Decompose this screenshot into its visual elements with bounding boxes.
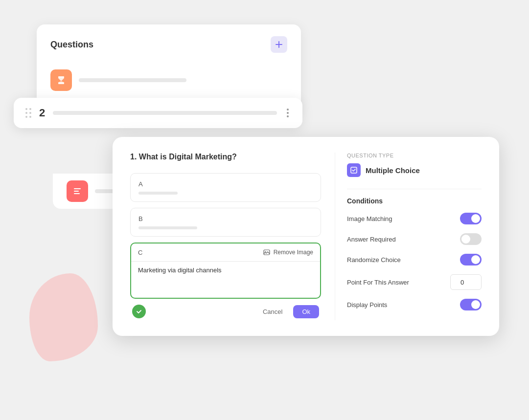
plus-icon [275,40,283,49]
svg-point-10 [265,251,266,252]
answer-required-label: Answer Required [347,236,396,243]
more-options-button[interactable] [285,107,291,119]
randomize-toggle[interactable] [460,254,482,265]
randomize-label: Randomize Choice [347,256,401,264]
question-item-1 [50,63,287,98]
condition-answer-required: Answer Required [347,233,482,245]
ok-button[interactable]: Ok [293,305,319,318]
display-points-slider [460,299,482,310]
option-a-line [138,192,178,195]
answer-required-toggle[interactable] [460,233,482,245]
answer-option-b[interactable]: B [130,208,321,237]
question-number: 1. [130,153,137,161]
option-c-textarea[interactable] [131,262,320,296]
modal-right-panel: Question type Multiple Choice Conditions… [335,153,482,320]
question-icon-3 [67,180,88,202]
image-matching-label: Image Matching [347,215,392,222]
svg-rect-8 [74,193,80,194]
svg-marker-3 [58,78,64,81]
question-title: 1. What is Digital Marketing? [130,153,321,161]
confirm-circle [132,305,146,318]
question-row-line [53,111,277,115]
remove-image-label: Remove Image [274,249,313,256]
check-square-icon [350,166,358,174]
question-type-value: Multiple Choice [347,163,482,177]
questions-header: Questions [50,36,287,53]
question-type-name: Multiple Choice [366,166,420,175]
remove-image-button[interactable]: Remove Image [263,248,313,256]
svg-marker-4 [59,81,64,82]
point-input[interactable] [450,274,482,290]
answer-required-slider [460,233,482,245]
randomize-slider [460,254,482,265]
condition-point: Point For This Answer [347,274,482,290]
question-type-label: Question type [347,153,482,158]
question-number-2: 2 [39,107,45,119]
add-question-button[interactable] [271,36,287,53]
svg-rect-6 [74,188,81,189]
image-icon [263,248,271,256]
drag-handle[interactable] [25,108,31,118]
cancel-button[interactable]: Cancel [257,305,288,318]
question-text: What is Digital Marketing? [139,153,237,161]
hourglass-icon [56,75,67,86]
answer-option-c[interactable]: C Remove Image [130,243,321,299]
question-row-2: 2 [14,98,302,128]
option-c-label: C [138,249,142,256]
condition-randomize: Randomize Choice [347,254,482,265]
condition-image-matching: Image Matching [347,213,482,224]
option-c-header: C Remove Image [131,243,320,262]
question-edit-modal: 1. What is Digital Marketing? A B C [113,137,499,336]
display-points-toggle[interactable] [460,299,482,310]
condition-display-points: Display Points [347,299,482,310]
divider-1 [347,189,482,189]
image-matching-toggle[interactable] [460,213,482,224]
svg-rect-2 [58,76,64,78]
question-line-1 [79,78,186,82]
option-b-line [138,226,197,229]
modal-left-panel: 1. What is Digital Marketing? A B C [130,153,321,320]
image-matching-slider [460,213,482,224]
questions-title: Questions [50,40,93,50]
type-icon [347,163,361,177]
conditions-title: Conditions [347,197,482,205]
questions-card: Questions [37,24,301,110]
point-label: Point For This Answer [347,279,409,286]
svg-rect-7 [74,191,79,192]
option-a-label: A [138,180,313,188]
svg-rect-9 [264,250,270,255]
option-b-label: B [138,215,313,222]
svg-rect-5 [58,82,64,84]
question-icon-1 [50,69,72,91]
text-icon [72,186,83,197]
option-actions: Cancel Ok [130,305,321,320]
check-icon [136,308,142,315]
decorative-blob [29,273,98,361]
svg-rect-1 [278,41,279,48]
answer-option-a[interactable]: A [130,173,321,202]
display-points-label: Display Points [347,301,387,309]
